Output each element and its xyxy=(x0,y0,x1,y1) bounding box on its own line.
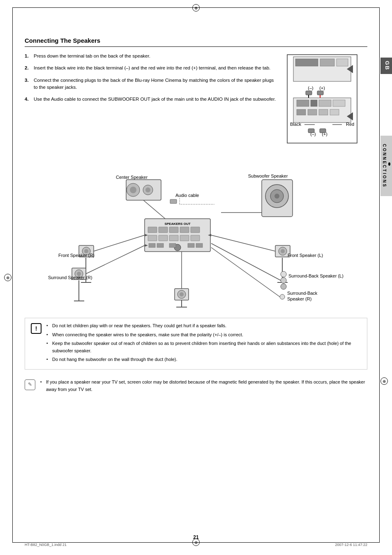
step-3-num: 3. xyxy=(25,77,31,91)
svg-rect-28 xyxy=(308,129,314,133)
step-2-text: Insert the black wire into the black ter… xyxy=(34,65,270,72)
svg-point-59 xyxy=(130,187,136,193)
step-1: 1. Press down the terminal tab on the ba… xyxy=(25,53,277,60)
speaker-svg: SPEAKERS OUT Audio cable xyxy=(25,155,367,311)
svg-rect-41 xyxy=(191,235,200,241)
svg-rect-35 xyxy=(180,227,189,233)
warning-item-3: Keep the subwoofer speaker out of reach … xyxy=(46,340,361,354)
svg-point-98 xyxy=(281,284,286,289)
svg-rect-46 xyxy=(188,243,194,247)
step-3-text: Connect the connecting plugs to the back… xyxy=(34,77,277,91)
svg-rect-15 xyxy=(319,100,331,106)
svg-line-85 xyxy=(86,245,145,274)
note-list: If you place a speaker near your TV set,… xyxy=(40,379,367,393)
svg-line-102 xyxy=(211,247,280,297)
reg-mark-top: ⊕ xyxy=(192,4,200,12)
svg-text:Surround Speaker (L): Surround Speaker (L) xyxy=(161,310,205,311)
warning-content: Do not let children play with or near th… xyxy=(46,322,361,365)
steps-area: 1. Press down the terminal tab on the ba… xyxy=(25,53,367,148)
svg-text:Front Speaker (L): Front Speaker (L) xyxy=(288,253,323,258)
svg-rect-16 xyxy=(333,100,345,106)
step-4-text: Use the Audio cable to connect the SUBWO… xyxy=(34,96,276,103)
terminal-diagram: (–) (+) xyxy=(285,53,367,148)
steps-list: 1. Press down the terminal tab on the ba… xyxy=(25,53,277,148)
step-1-num: 1. xyxy=(25,53,31,60)
section-title: Connecting The Speakers xyxy=(25,37,367,47)
note-item: If you place a speaker near your TV set,… xyxy=(40,379,367,393)
svg-text:Center Speaker: Center Speaker xyxy=(116,175,148,180)
svg-text:Front Speaker (R): Front Speaker (R) xyxy=(58,253,95,258)
step-1-text: Press down the terminal tab on the back … xyxy=(34,53,150,60)
svg-text:(–): (–) xyxy=(308,86,313,90)
svg-rect-29 xyxy=(320,129,326,133)
audio-cable-label: Audio cable xyxy=(175,193,199,198)
svg-rect-20 xyxy=(330,109,339,115)
svg-point-76 xyxy=(281,249,285,253)
connections-label: CONNECTIONS xyxy=(382,144,387,188)
step-3: 3. Connect the connecting plugs to the b… xyxy=(25,77,277,91)
warning-icon: ! xyxy=(31,323,42,334)
svg-rect-9 xyxy=(317,91,323,95)
svg-text:SPEAKERS OUT: SPEAKERS OUT xyxy=(164,222,190,226)
step-4-num: 4. xyxy=(25,96,31,103)
gb-tab: GB xyxy=(380,58,392,74)
terminal-svg: (–) (+) xyxy=(285,53,363,147)
warning-list: Do not let children play with or near th… xyxy=(46,322,361,363)
svg-rect-38 xyxy=(159,235,168,241)
svg-rect-39 xyxy=(169,235,178,241)
svg-rect-18 xyxy=(308,109,317,115)
step-2: 2. Insert the black wire into the black … xyxy=(25,65,277,72)
svg-rect-47 xyxy=(196,243,203,247)
svg-rect-36 xyxy=(191,227,200,233)
note-icon: ✎ xyxy=(25,379,35,390)
step-2-num: 2. xyxy=(25,65,31,72)
svg-rect-8 xyxy=(306,91,312,95)
svg-text:Surround-Back: Surround-Back xyxy=(287,291,318,296)
svg-rect-19 xyxy=(319,109,328,115)
svg-text:Red: Red xyxy=(346,122,354,127)
warning-item-1: Do not let children play with or near th… xyxy=(46,322,361,330)
svg-text:Surround-Back Speaker (L): Surround-Back Speaker (L) xyxy=(288,273,344,278)
reg-mark-left: ⊕ xyxy=(4,274,12,281)
speaker-diagram: SPEAKERS OUT Audio cable xyxy=(25,155,367,311)
svg-rect-32 xyxy=(148,227,157,233)
footer-left: HT-B82_N0GB_1.indd 21 xyxy=(25,543,67,547)
connections-tab: CONNECTIONS xyxy=(380,136,392,196)
svg-rect-2 xyxy=(295,59,318,66)
note-section: ✎ If you place a speaker near your TV se… xyxy=(25,375,367,398)
svg-rect-34 xyxy=(169,227,178,233)
svg-text:Surround Speaker (R): Surround Speaker (R) xyxy=(48,275,92,280)
warning-item-4: Do not hang the subwoofer on the wall th… xyxy=(46,356,361,363)
svg-point-96 xyxy=(281,271,286,277)
svg-rect-14 xyxy=(311,100,317,106)
footer-right: 2007-12-6 11:47:22 xyxy=(335,543,367,547)
page-number: 21 xyxy=(193,534,198,540)
svg-point-97 xyxy=(281,278,286,283)
svg-text:(+): (+) xyxy=(319,86,325,90)
svg-rect-3 xyxy=(320,59,334,66)
warning-section: ! Do not let children play with or near … xyxy=(25,318,367,370)
svg-point-61 xyxy=(145,187,150,192)
page-border-right xyxy=(379,7,380,543)
page-border-left xyxy=(12,7,13,543)
svg-rect-33 xyxy=(159,227,168,233)
svg-point-54 xyxy=(274,194,279,199)
connections-dot xyxy=(388,162,390,166)
svg-text:Subwoofer Speaker: Subwoofer Speaker xyxy=(248,173,288,178)
svg-rect-13 xyxy=(297,100,309,106)
svg-point-101 xyxy=(280,294,285,299)
reg-mark-right-bottom: ⊕ xyxy=(380,377,388,385)
svg-rect-17 xyxy=(297,109,306,115)
svg-rect-4 xyxy=(337,59,348,66)
svg-text:Speaker (R): Speaker (R) xyxy=(287,296,311,301)
svg-rect-45 xyxy=(169,243,176,247)
svg-rect-37 xyxy=(148,235,157,241)
svg-point-93 xyxy=(180,292,184,296)
note-content: If you place a speaker near your TV set,… xyxy=(40,379,367,395)
svg-rect-50 xyxy=(170,199,177,204)
step-4: 4. Use the Audio cable to connect the SU… xyxy=(25,96,277,103)
warning-item-2: When connecting the speaker wires to the… xyxy=(46,331,361,339)
svg-rect-44 xyxy=(157,243,164,247)
svg-text:Black: Black xyxy=(290,122,301,127)
main-content: Connecting The Speakers 1. Press down th… xyxy=(25,37,367,530)
